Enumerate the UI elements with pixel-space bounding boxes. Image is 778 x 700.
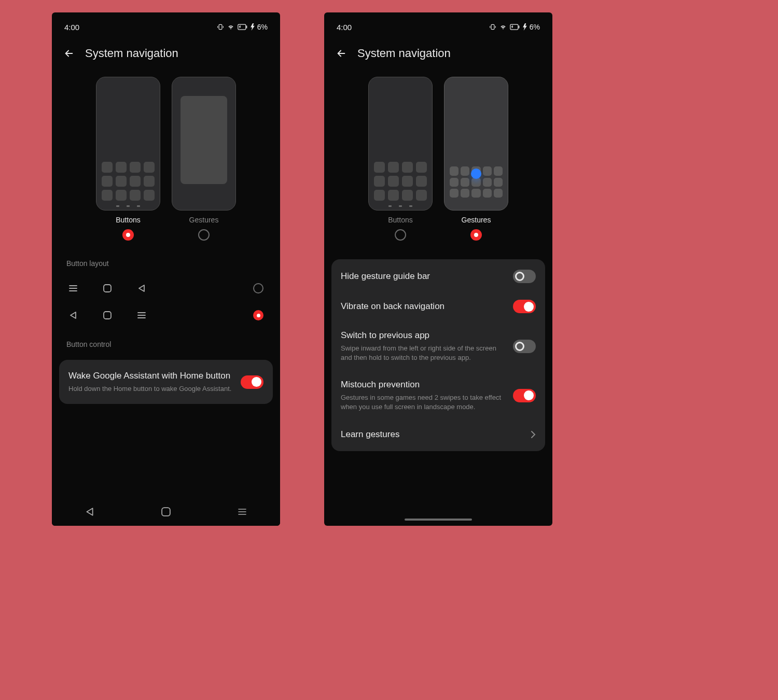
svg-rect-3 bbox=[104, 285, 111, 292]
mode-gestures-radio[interactable] bbox=[198, 229, 210, 241]
layout-2-radio[interactable] bbox=[253, 310, 263, 320]
mistouch-desc: Gestures in some games need 2 swipes to … bbox=[341, 393, 506, 412]
navigation-mode-selector: Buttons Gestures bbox=[52, 74, 280, 248]
vibrate-icon bbox=[489, 23, 496, 31]
wake-assistant-title: Wake Google Assistant with Home button bbox=[68, 370, 233, 382]
learn-gestures-row[interactable]: Learn gestures bbox=[331, 421, 545, 449]
svg-rect-2 bbox=[246, 26, 247, 29]
wifi-icon bbox=[499, 23, 507, 31]
mode-buttons-radio[interactable] bbox=[122, 229, 134, 241]
charging-icon bbox=[523, 23, 527, 31]
hide-gesture-bar-toggle[interactable] bbox=[513, 270, 536, 283]
back-nav-icon bbox=[137, 284, 146, 293]
mode-gestures-label: Gestures bbox=[462, 216, 491, 224]
switch-prev-app-title: Switch to previous app bbox=[341, 330, 506, 342]
svg-rect-0 bbox=[219, 24, 222, 29]
wake-assistant-row[interactable]: Wake Google Assistant with Home button H… bbox=[59, 362, 273, 402]
mistouch-row[interactable]: Mistouch prevention Gestures in some gam… bbox=[331, 371, 545, 420]
gestures-preview bbox=[172, 77, 236, 211]
sys-back-icon[interactable] bbox=[85, 507, 94, 516]
phone-right-gestures-mode: 4:00 6% System navigation bbox=[324, 12, 552, 526]
gesture-settings-card: Hide gesture guide bar Vibrate on back n… bbox=[331, 259, 545, 451]
gestures-preview bbox=[444, 77, 508, 211]
vibrate-back-row[interactable]: Vibrate on back navigation bbox=[331, 291, 545, 321]
vibrate-back-toggle[interactable] bbox=[513, 300, 536, 313]
battery-icon bbox=[510, 24, 520, 30]
sys-home-icon[interactable] bbox=[161, 507, 171, 516]
touch-indicator-dot bbox=[471, 169, 481, 179]
buttons-preview bbox=[368, 77, 433, 211]
recent-icon bbox=[137, 311, 146, 320]
page-title: System navigation bbox=[85, 47, 178, 60]
sys-recent-icon[interactable] bbox=[238, 507, 247, 516]
section-button-control: Button control bbox=[52, 329, 280, 356]
switch-prev-app-row[interactable]: Switch to previous app Swipe inward from… bbox=[331, 321, 545, 371]
navigation-mode-selector: Buttons Gestures bbox=[324, 74, 552, 248]
buttons-preview bbox=[96, 77, 160, 211]
back-icon[interactable] bbox=[63, 48, 75, 59]
mode-buttons-label: Buttons bbox=[116, 216, 140, 224]
section-button-layout: Button layout bbox=[52, 248, 280, 275]
svg-rect-8 bbox=[518, 26, 519, 29]
gesture-guide-bar[interactable] bbox=[405, 519, 472, 521]
learn-gestures-title: Learn gestures bbox=[341, 429, 523, 441]
status-bar: 4:00 6% bbox=[324, 17, 552, 37]
layout-option-1[interactable] bbox=[61, 275, 271, 302]
status-indicators: 6% bbox=[217, 23, 268, 31]
mode-buttons-radio[interactable] bbox=[395, 229, 406, 241]
vibrate-back-title: Vibrate on back navigation bbox=[341, 301, 506, 313]
system-nav-bar bbox=[52, 498, 280, 526]
svg-rect-5 bbox=[162, 508, 170, 516]
status-indicators: 6% bbox=[489, 23, 540, 31]
mode-buttons-label: Buttons bbox=[388, 216, 412, 224]
charging-icon bbox=[251, 23, 255, 31]
hide-gesture-bar-row[interactable]: Hide gesture guide bar bbox=[331, 261, 545, 291]
switch-prev-app-desc: Swipe inward from the left or right side… bbox=[341, 344, 506, 362]
mistouch-title: Mistouch prevention bbox=[341, 379, 506, 391]
button-control-card: Wake Google Assistant with Home button H… bbox=[59, 360, 273, 404]
battery-percent: 6% bbox=[530, 23, 540, 31]
back-icon[interactable] bbox=[336, 48, 347, 59]
switch-prev-app-toggle[interactable] bbox=[513, 340, 536, 353]
status-time: 4:00 bbox=[337, 23, 352, 32]
mode-option-buttons[interactable]: Buttons bbox=[96, 77, 160, 241]
mode-option-buttons[interactable]: Buttons bbox=[368, 77, 433, 241]
home-icon bbox=[103, 311, 112, 320]
recent-icon bbox=[68, 284, 78, 293]
screen-header: System navigation bbox=[324, 37, 552, 74]
mistouch-toggle[interactable] bbox=[513, 389, 536, 402]
svg-rect-4 bbox=[104, 312, 111, 319]
wifi-icon bbox=[227, 23, 235, 31]
status-time: 4:00 bbox=[64, 23, 79, 32]
status-bar: 4:00 6% bbox=[52, 17, 280, 37]
battery-percent: 6% bbox=[257, 23, 268, 31]
chevron-right-icon bbox=[531, 430, 536, 439]
svg-rect-6 bbox=[491, 24, 494, 29]
back-nav-icon bbox=[68, 311, 78, 320]
hide-gesture-bar-title: Hide gesture guide bar bbox=[341, 271, 506, 283]
layout-1-radio[interactable] bbox=[253, 283, 263, 293]
mode-option-gestures[interactable]: Gestures bbox=[444, 77, 508, 241]
screen-header: System navigation bbox=[52, 37, 280, 74]
wake-assistant-desc: Hold down the Home button to wake Google… bbox=[68, 384, 233, 394]
mode-gestures-label: Gestures bbox=[189, 216, 219, 224]
mode-gestures-radio[interactable] bbox=[470, 229, 482, 241]
page-title: System navigation bbox=[357, 47, 451, 60]
home-icon bbox=[103, 284, 112, 293]
phone-left-buttons-mode: 4:00 6% System navigation bbox=[52, 12, 280, 526]
wake-assistant-toggle[interactable] bbox=[241, 375, 263, 389]
mode-option-gestures[interactable]: Gestures bbox=[172, 77, 236, 241]
layout-option-2[interactable] bbox=[61, 302, 271, 329]
battery-icon bbox=[238, 24, 248, 30]
vibrate-icon bbox=[217, 23, 224, 31]
